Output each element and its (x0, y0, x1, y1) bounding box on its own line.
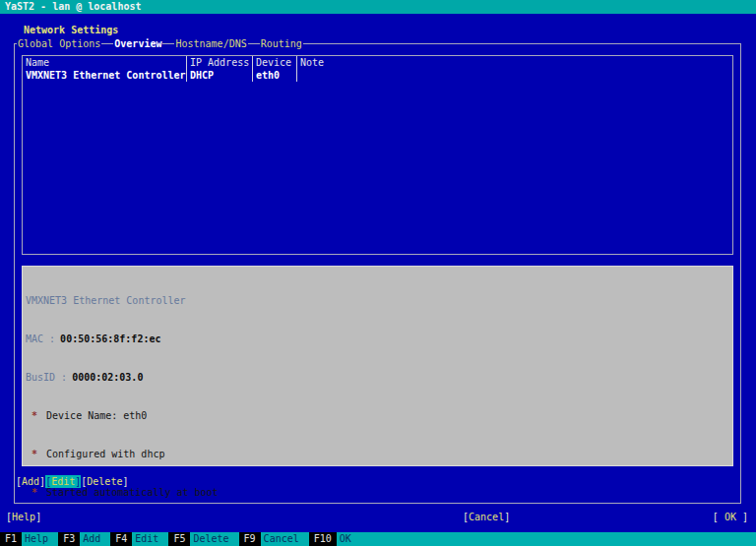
help-button[interactable]: [Help] (6, 511, 41, 523)
ok-button[interactable]: [ OK ] (713, 511, 748, 523)
tab-hostname-dns[interactable]: Hostname/DNS (174, 37, 247, 50)
details-bullet-text: Configured with dhcp (46, 449, 164, 459)
yast2-terminal-screen: YaST2 - lan @ localhost Network Settings… (0, 0, 756, 546)
function-key-bar: F1Help F3Add F4Edit F5Delete F9Cancel F1… (0, 532, 756, 546)
page-title: Network Settings (24, 24, 118, 36)
details-title: VMXNET3 Ethernet Controller (26, 294, 732, 307)
fnkey-f5-delete: F5Delete (168, 532, 231, 546)
tab-routing[interactable]: Routing (260, 37, 303, 50)
cell-note (296, 69, 732, 82)
device-details-panel: VMXNET3 Ethernet Controller MAC :00:50:5… (22, 266, 733, 466)
details-bullet: *Started automatically at boot (26, 486, 732, 499)
f1-key-label: F1 (0, 532, 22, 546)
bullet-icon: * (32, 410, 37, 421)
f4-key-label: F4 (110, 532, 132, 546)
details-bullet-text: Device Name: eth0 (46, 410, 147, 421)
details-field-busid: BusID :0000:02:03.0 (26, 371, 732, 384)
cell-ip-address: DHCP (186, 69, 252, 82)
table-row[interactable]: VMXNET3 Ethernet Controller DHCP eth0 (23, 69, 732, 82)
f3-key-label: F3 (58, 532, 80, 546)
f9-key-label: F9 (239, 532, 261, 546)
fnkey-f10-ok: F10OK (309, 532, 354, 546)
details-field-label: BusID : (26, 372, 67, 383)
bullet-icon: * (32, 449, 37, 459)
f5-key-label: F5 (168, 532, 190, 546)
details-bullet-text: Started automatically at boot (46, 487, 219, 498)
tab-global-options[interactable]: Global Options (17, 37, 101, 50)
cell-name: VMXNET3 Ethernet Controller (23, 69, 186, 82)
fnkey-f3-add: F3Add (58, 532, 103, 546)
table-action-buttons: [Add][Edit][Delete] (16, 475, 128, 488)
details-field-value: 00:50:56:8f:f2:ec (60, 334, 160, 344)
fnkey-f9-cancel: F9Cancel (239, 532, 302, 546)
fnkey-f1-help: F1Help (0, 532, 51, 546)
tab-overview[interactable]: Overview (113, 37, 162, 50)
interfaces-table: Name IP Address Device Note VMXNET3 Ethe… (22, 55, 733, 255)
tab-bar: Global Options Overview Hostname/DNS Rou… (17, 37, 303, 50)
cancel-button[interactable]: [Cancel] (463, 511, 510, 523)
cell-device: eth0 (252, 69, 296, 82)
bullet-icon: * (32, 487, 37, 498)
details-bullet: *Configured with dhcp (26, 448, 732, 460)
column-header-ip-address: IP Address (186, 56, 252, 69)
details-field-label: MAC : (26, 334, 55, 344)
column-header-name: Name (23, 56, 186, 69)
column-header-device: Device (252, 56, 296, 69)
table-header-row: Name IP Address Device Note (23, 56, 732, 69)
details-bullet: *Device Name: eth0 (26, 409, 732, 422)
details-field-mac: MAC :00:50:56:8f:f2:ec (26, 333, 732, 345)
column-header-note: Note (296, 56, 732, 69)
f10-key-label: F10 (309, 532, 337, 546)
delete-button[interactable]: [Delete] (81, 475, 128, 488)
edit-button[interactable]: [Edit] (45, 475, 81, 488)
add-button[interactable]: [Add] (16, 475, 45, 488)
window-title: YaST2 - lan @ localhost (0, 0, 756, 14)
fnkey-f4-edit: F4Edit (110, 532, 161, 546)
details-field-value: 0000:02:03.0 (72, 372, 143, 383)
